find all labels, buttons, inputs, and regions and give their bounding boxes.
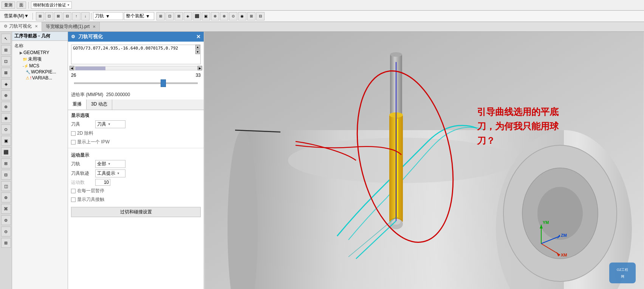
tool-icon-1[interactable]: ⊞ bbox=[36, 12, 44, 20]
trace-dropdown[interactable]: 工具提示 ▼ bbox=[95, 169, 125, 177]
tool-icon-6[interactable]: ↓ bbox=[81, 12, 90, 20]
tool-icon-5[interactable]: ↑ bbox=[72, 12, 80, 20]
tab-prt[interactable]: 等宽螺旋导向槽(1).prt ✕ bbox=[42, 22, 100, 31]
checkbox-2d-label: 2D 除料 bbox=[77, 130, 93, 137]
main-content: ↖ ⊞ ⊡ ⊠ ◈ ⊕ ⊗ ◉ ⊙ ▣ ⬛ ⊞ ⊟ ◫ ⊛ ⌘ ⊜ ⊝ ⊞ 工序… bbox=[0, 32, 644, 289]
right-icon-11[interactable]: ⊞ bbox=[247, 12, 255, 20]
dialog-close-btn[interactable]: ✕ bbox=[196, 34, 201, 40]
dialog-title: 刀轨可视化 bbox=[78, 33, 103, 40]
tab-prt-close[interactable]: ✕ bbox=[93, 25, 96, 29]
nav-variable[interactable]: ⚠ ! VARIAB... bbox=[17, 75, 66, 81]
side-icon-8[interactable]: ◉ bbox=[1, 113, 11, 123]
motion-count-row: 运动数 bbox=[68, 178, 204, 186]
svg-text:引导曲线选用的平底: 引导曲线选用的平底 bbox=[477, 107, 559, 117]
module-dropdown-arrow: ▼ bbox=[67, 3, 70, 7]
svg-rect-34 bbox=[609, 263, 636, 283]
nav-workpiece-label: WORKPIE... bbox=[31, 69, 56, 75]
nav-geometry-label: GEOMETRY bbox=[23, 50, 49, 55]
nav-mcs[interactable]: -⚡ MCS bbox=[17, 63, 66, 69]
tool-icon-2[interactable]: ⊡ bbox=[45, 12, 53, 20]
measure-btn[interactable]: 量测 bbox=[2, 2, 15, 9]
side-icon-11[interactable]: ⬛ bbox=[1, 147, 11, 157]
right-icon-5[interactable]: ⬛ bbox=[193, 12, 201, 20]
knife-path-dropdown[interactable]: 刀轨 ▼ bbox=[93, 12, 123, 20]
svg-point-6 bbox=[390, 52, 402, 57]
side-icon-15[interactable]: ⊛ bbox=[1, 193, 11, 202]
checkbox-ipw[interactable] bbox=[71, 140, 76, 144]
side-icon-12[interactable]: ⊞ bbox=[1, 158, 11, 168]
tool-dropdown[interactable]: 刀具 ▼ bbox=[95, 120, 125, 128]
assembly-dropdown[interactable]: 整个装配 ▼ bbox=[124, 12, 154, 20]
gcode-scroll-right[interactable]: ▶ bbox=[198, 66, 202, 70]
dialog-tab-replay[interactable]: 重播 bbox=[68, 99, 87, 110]
module-dropdown[interactable]: 增材制造设计验证 ▼ bbox=[31, 2, 72, 9]
tab-knife-close[interactable]: ✕ bbox=[35, 24, 38, 28]
nav-unused[interactable]: 📁 未用项 bbox=[17, 56, 66, 63]
menu-snow[interactable]: 雪菜单(M)▼ bbox=[2, 12, 31, 20]
side-icon-3[interactable]: ⊡ bbox=[1, 56, 11, 66]
side-icon-17[interactable]: ⊜ bbox=[1, 215, 11, 225]
svg-text:XM: XM bbox=[561, 253, 567, 257]
dialog-gear-icon: ⚙ bbox=[71, 34, 75, 39]
contact-checkbox[interactable] bbox=[71, 197, 76, 202]
checkbox-2d[interactable] bbox=[71, 131, 76, 136]
trace-value: 工具提示 bbox=[97, 170, 115, 177]
settings-btn[interactable]: 过切和碰撞设置 bbox=[71, 207, 201, 217]
right-icon-6[interactable]: ▣ bbox=[202, 12, 210, 20]
assembly-label: 整个装配 bbox=[126, 13, 144, 19]
gcode-scrollbar-track[interactable] bbox=[74, 66, 198, 70]
side-icon-7[interactable]: ⊗ bbox=[1, 102, 11, 112]
right-icon-2[interactable]: ⊡ bbox=[166, 12, 174, 20]
tab-knife-viz[interactable]: ⚙ 刀轨可视化 ✕ bbox=[0, 22, 42, 31]
slider-thumb[interactable] bbox=[161, 79, 166, 87]
viewport-svg: YM XM ZM 引导曲线选用的平底 刀，为何我只能用球 刀？ OZ工程 网 bbox=[204, 32, 644, 289]
side-icon-13[interactable]: ⊟ bbox=[1, 170, 11, 180]
stop-checkbox[interactable] bbox=[71, 189, 76, 193]
tool-icon-3[interactable]: ⊠ bbox=[54, 12, 62, 20]
side-icon-10[interactable]: ▣ bbox=[1, 136, 11, 146]
side-icon-5[interactable]: ◈ bbox=[1, 79, 11, 89]
dialog-panel: ⚙ 刀轨可视化 ✕ GOTO/73.077,24.935,-16.640,0.0… bbox=[68, 32, 204, 289]
stop-checkbox-row: 在每一层暂停 bbox=[68, 186, 204, 195]
side-icon-6[interactable]: ⊕ bbox=[1, 90, 11, 100]
side-icon-4[interactable]: ⊠ bbox=[1, 68, 11, 78]
feed-rate-value: 250.000000 bbox=[106, 92, 130, 97]
motion-section-title: 运动显示 bbox=[68, 150, 204, 159]
svg-text:刀？: 刀？ bbox=[477, 135, 495, 146]
trace-form-row: 刀具轨迹 工具提示 ▼ bbox=[68, 169, 204, 178]
right-icon-10[interactable]: ◉ bbox=[238, 12, 246, 20]
3d-viewport[interactable]: YM XM ZM 引导曲线选用的平底 刀，为何我只能用球 刀？ OZ工程 网 bbox=[204, 32, 644, 289]
checkbox-ipw-row: 显示上一个 IPW bbox=[68, 138, 204, 146]
display-section-title: 显示选项 bbox=[68, 110, 204, 120]
geometry-icon: ▶ bbox=[20, 51, 23, 55]
gcode-scroll-down[interactable]: ▼ bbox=[195, 50, 200, 54]
right-icon-1[interactable]: ⊞ bbox=[156, 12, 165, 20]
right-icon-9[interactable]: ⊙ bbox=[229, 12, 237, 20]
right-icon-3[interactable]: ⊠ bbox=[175, 12, 183, 20]
side-icon-9[interactable]: ⊙ bbox=[1, 124, 11, 134]
tool-label: 刀具 bbox=[71, 121, 94, 127]
motion-count-input[interactable] bbox=[95, 179, 110, 186]
nav-workpiece[interactable]: 🔧 WORKPIE... bbox=[17, 69, 66, 75]
navigator-panel: 工序导航器 - 几何 名称 ▶ GEOMETRY 📁 未用项 -⚡ MCS 🔧 bbox=[12, 32, 68, 289]
side-icon-16[interactable]: ⌘ bbox=[1, 204, 11, 214]
side-icon-18[interactable]: ⊝ bbox=[1, 227, 11, 236]
right-icon-12[interactable]: ⊟ bbox=[256, 12, 265, 20]
path-dropdown[interactable]: 全部 ▼ bbox=[95, 160, 125, 168]
side-icon-2[interactable]: ⊞ bbox=[1, 45, 11, 55]
side-icon-select[interactable]: ↖ bbox=[1, 34, 11, 44]
gcode-scroll-left[interactable]: ◀ bbox=[70, 66, 74, 70]
section-sep-1 bbox=[68, 148, 204, 148]
side-icon-14[interactable]: ◫ bbox=[1, 181, 11, 191]
side-icon-19[interactable]: ⊞ bbox=[1, 238, 11, 248]
tool-icon-4[interactable]: ⊟ bbox=[63, 12, 71, 20]
right-icon-8[interactable]: ⊗ bbox=[220, 12, 228, 20]
separator-1 bbox=[28, 2, 29, 9]
gcode-scrollbar-thumb bbox=[75, 67, 105, 70]
right-icon-7[interactable]: ⊕ bbox=[211, 12, 219, 20]
right-icon-4[interactable]: ◈ bbox=[184, 12, 192, 20]
gcode-scroll-up[interactable]: ▲ bbox=[195, 45, 200, 49]
face-btn[interactable]: 面 bbox=[17, 2, 26, 9]
nav-geometry[interactable]: ▶ GEOMETRY bbox=[14, 50, 66, 56]
dialog-tab-3d[interactable]: 3D 动态 bbox=[87, 99, 112, 110]
